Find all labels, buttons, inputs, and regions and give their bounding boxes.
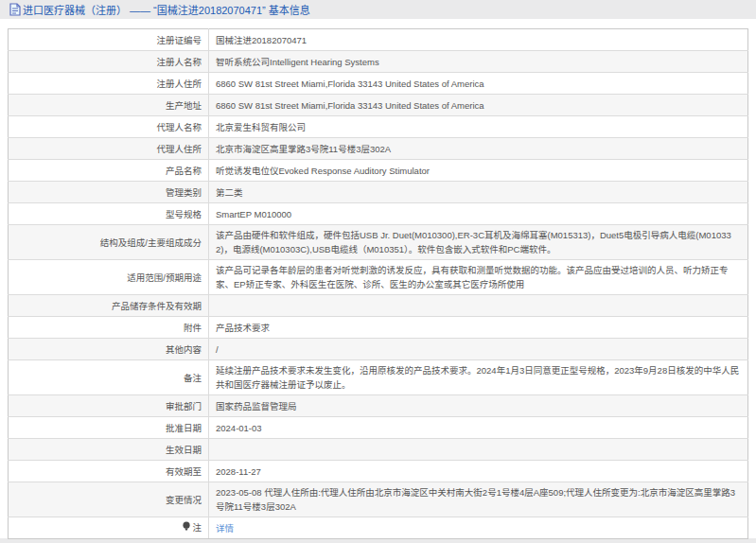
row-label: 生效日期 (9, 439, 209, 461)
row-value: 智听系统公司Intelligent Hearing Systems (209, 51, 748, 73)
row-value: 6860 SW 81st Street Miami,Florida 33143 … (209, 73, 748, 95)
row-label: 产品名称 (9, 160, 209, 182)
row-label: 产品储存条件及有效期 (9, 295, 209, 317)
row-label: 审批部门 (9, 395, 209, 417)
table-row: 管理类别第二类 (9, 182, 748, 203)
table-row: 产品储存条件及有效期 (9, 295, 748, 317)
row-label: 注 (9, 517, 209, 539)
row-label: 管理类别 (9, 182, 209, 203)
table-row: 附件产品技术要求 (9, 317, 748, 339)
row-label: 结构及组成/主要组成成分 (9, 225, 209, 260)
row-label: 代理人住所 (9, 138, 209, 160)
row-label: 注册人名称 (9, 51, 209, 73)
row-value: 北京市海淀区高里掌路3号院11号楼3层302A (209, 138, 748, 160)
row-value: SmartEP M010000 (209, 203, 748, 225)
table-row: 生产地址6860 SW 81st Street Miami,Florida 33… (9, 95, 748, 116)
content-panel: 注册证编号国械注进20182070471注册人名称智听系统公司Intellige… (0, 19, 756, 538)
table-row: 结构及组成/主要组成成分该产品由硬件和软件组成，硬件包括USB Jr. Duet… (9, 225, 748, 260)
row-value: 国械注进20182070471 (209, 29, 748, 51)
row-value: 该产品可记录各年龄层的患者对听觉刺激的诱发反应，具有获取和测量听觉数据的功能。该… (209, 260, 748, 295)
row-label: 附件 (9, 317, 209, 339)
table-row: 有效期至2028-11-27 (9, 461, 748, 482)
info-table: 注册证编号国械注进20182070471注册人名称智听系统公司Intellige… (8, 28, 748, 539)
row-value: 听觉诱发电位仪Evoked Response Auditory Stimulat… (209, 160, 748, 182)
row-value (209, 439, 748, 461)
table-row: 批准日期2024-01-03 (9, 417, 748, 439)
row-value (209, 295, 748, 317)
table-row: 代理人住所北京市海淀区高里掌路3号院11号楼3层302A (9, 138, 748, 160)
row-label: 适用范围/预期用途 (9, 260, 209, 295)
row-value: 2023-05-08 代理人住所由:代理人住所由北京市海淀区中关村南大街2号1号… (209, 482, 748, 517)
row-value: / (209, 339, 748, 360)
table-row: 变更情况2023-05-08 代理人住所由:代理人住所由北京市海淀区中关村南大街… (9, 482, 748, 517)
row-label: 有效期至 (9, 461, 209, 482)
table-row: 生效日期 (9, 439, 748, 461)
row-value: 国家药品监督管理局 (209, 395, 748, 417)
row-value: 产品技术要求 (209, 317, 748, 339)
row-label: 备注 (9, 360, 209, 395)
table-row: 产品名称听觉诱发电位仪Evoked Response Auditory Stim… (9, 160, 748, 182)
row-value: 第二类 (209, 182, 748, 203)
row-value: 北京爱生科贸有限公司 (209, 116, 748, 138)
table-row: 适用范围/预期用途该产品可记录各年龄层的患者对听觉刺激的诱发反应，具有获取和测量… (9, 260, 748, 295)
table-row: 其他内容/ (9, 339, 748, 360)
row-value: 2024-01-03 (209, 417, 748, 439)
table-row: 代理人名称北京爱生科贸有限公司 (9, 116, 748, 138)
table-row: 审批部门国家药品监督管理局 (9, 395, 748, 417)
details-link[interactable]: 详情 (216, 523, 234, 534)
table-row: 注详情 (9, 517, 748, 539)
row-value: 详情 (209, 517, 748, 539)
row-value: 该产品由硬件和软件组成，硬件包括USB Jr. Duet(M010300),ER… (209, 225, 748, 260)
row-value: 2028-11-27 (209, 461, 748, 482)
row-label: 注册证编号 (9, 29, 209, 51)
table-row: 注册证编号国械注进20182070471 (9, 29, 748, 51)
row-label: 变更情况 (9, 482, 209, 517)
row-value: 延续注册产品技术要求未发生变化，沿用原核发的产品技术要求。2024年1月3日同意… (209, 360, 748, 395)
title-bar: 进口医疗器械（注册） —— “国械注进20182070471” 基本信息 (0, 0, 756, 19)
row-label: 型号规格 (9, 203, 209, 225)
table-row: 注册人名称智听系统公司Intelligent Hearing Systems (9, 51, 748, 73)
row-label: 注册人住所 (9, 73, 209, 95)
table-row: 注册人住所6860 SW 81st Street Miami,Florida 3… (9, 73, 748, 95)
page-title: 进口医疗器械（注册） —— “国械注进20182070471” 基本信息 (23, 2, 310, 17)
table-row: 型号规格SmartEP M010000 (9, 203, 748, 225)
row-label: 其他内容 (9, 339, 209, 360)
row-value: 6860 SW 81st Street Miami,Florida 33143 … (209, 95, 748, 116)
document-icon (9, 3, 21, 16)
row-label: 批准日期 (9, 417, 209, 439)
row-label: 生产地址 (9, 95, 209, 116)
note-icon (182, 521, 191, 535)
row-label: 代理人名称 (9, 116, 209, 138)
table-row: 备注延续注册产品技术要求未发生变化，沿用原核发的产品技术要求。2024年1月3日… (9, 360, 748, 395)
